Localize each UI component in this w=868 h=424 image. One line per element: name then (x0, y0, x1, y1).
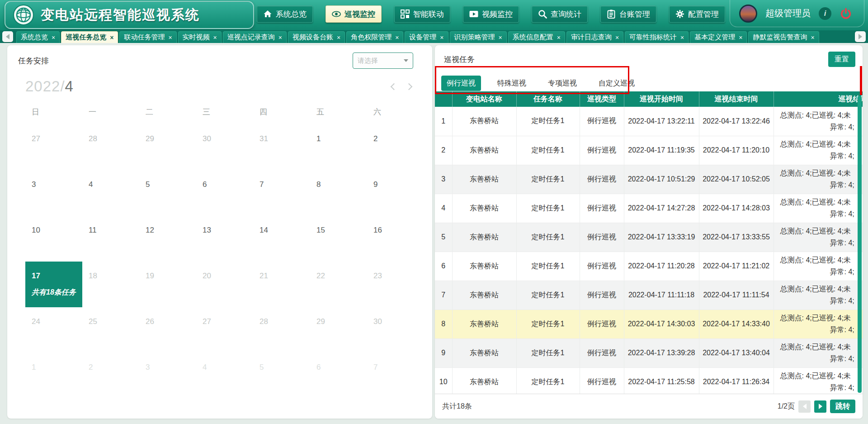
calendar-day-cell[interactable]: 6 (310, 353, 367, 399)
user-avatar[interactable] (739, 5, 757, 23)
page-tab[interactable]: 识别策略管理 (450, 31, 507, 43)
inspection-type-tab[interactable]: 专项巡视 (542, 76, 582, 91)
nav-button-智能联动[interactable]: 智能联动 (394, 5, 450, 23)
close-icon[interactable] (168, 34, 172, 41)
calendar-day-cell[interactable]: 10 (25, 216, 82, 262)
task-filter-select[interactable]: 请选择 (353, 52, 413, 69)
jump-button[interactable]: 跳转 (830, 400, 855, 413)
page-tab[interactable]: 基本定义管理 (690, 31, 747, 43)
table-row[interactable]: 5 东善桥站 定时任务1 例行巡视 2022-04-17 13:33:19 20… (435, 223, 863, 252)
calendar-prev-month-icon[interactable] (391, 83, 398, 90)
nav-button-巡视监控[interactable]: 巡视监控 (326, 5, 382, 23)
inspection-type-tab[interactable]: 自定义巡视 (593, 76, 640, 91)
table-row[interactable]: 7 东善桥站 定时任务1 例行巡视 2022-04-17 11:11:18 20… (435, 281, 863, 310)
reset-button[interactable]: 重置 (828, 52, 855, 67)
inspection-type-tab[interactable]: 例行巡视 (441, 76, 481, 91)
calendar-day-cell[interactable]: 28 (82, 124, 139, 170)
calendar-day-cell[interactable]: 16 (367, 216, 424, 262)
calendar-day-cell[interactable]: 7 (367, 353, 424, 399)
close-icon[interactable] (395, 34, 399, 41)
calendar-day-cell[interactable]: 26 (139, 307, 196, 353)
calendar-day-cell[interactable]: 21 (253, 262, 310, 307)
table-row[interactable]: 9 东善桥站 定时任务1 例行巡视 2022-04-17 13:39:28 20… (435, 338, 863, 367)
page-tab[interactable]: 静默监视告警查询 (748, 31, 819, 43)
close-icon[interactable] (278, 34, 282, 41)
calendar-day-cell[interactable]: 8 (310, 170, 367, 216)
close-icon[interactable] (499, 34, 502, 41)
page-tab[interactable]: 角色权限管理 (346, 31, 403, 43)
power-logout-icon[interactable] (840, 7, 852, 20)
calendar-day-cell[interactable]: 18 (82, 262, 139, 307)
nav-button-台账管理[interactable]: 台账管理 (600, 5, 656, 23)
tabs-scroll-right-icon[interactable] (855, 31, 866, 42)
calendar-day-cell[interactable]: 12 (139, 216, 196, 262)
page-tab[interactable]: 设备管理 (405, 31, 448, 43)
table-row[interactable]: 2 东善桥站 定时任务1 例行巡视 2022-04-17 11:19:35 20… (435, 136, 863, 165)
page-tab[interactable]: 系统信息配置 (508, 31, 565, 43)
calendar-day-cell[interactable]: 20 (196, 262, 253, 307)
table-row[interactable]: 1 东善桥站 定时任务1 例行巡视 2022-04-17 13:22:11 20… (435, 107, 863, 136)
close-icon[interactable] (557, 34, 561, 41)
table-vertical-scrollbar[interactable] (858, 96, 862, 393)
calendar-day-cell[interactable]: 3 (25, 170, 82, 216)
calendar-day-cell[interactable]: 29 (310, 307, 367, 353)
close-icon[interactable] (213, 34, 217, 41)
calendar-day-cell[interactable]: 1 (310, 124, 367, 170)
calendar-day-cell[interactable]: 29 (139, 124, 196, 170)
page-tab[interactable]: 巡视任务总览 (61, 31, 118, 43)
calendar-day-cell[interactable]: 15 (310, 216, 367, 262)
calendar-day-cell[interactable]: 30 (367, 307, 424, 353)
calendar-day-cell[interactable]: 22 (310, 262, 367, 307)
table-row[interactable]: 4 东善桥站 定时任务1 例行巡视 2022-04-17 14:27:28 20… (435, 194, 863, 223)
inspection-type-tab[interactable]: 特殊巡视 (492, 76, 532, 91)
close-icon[interactable] (615, 34, 619, 41)
nav-button-配置管理[interactable]: 配置管理 (669, 5, 725, 23)
calendar-day-cell[interactable]: 6 (196, 170, 253, 216)
page-tab[interactable]: 视频设备台账 (288, 31, 345, 43)
calendar-day-cell[interactable]: 11 (82, 216, 139, 262)
calendar-next-month-icon[interactable] (406, 83, 413, 90)
page-tab[interactable]: 系统总览 (16, 31, 60, 43)
calendar-day-cell[interactable]: 4 (196, 353, 253, 399)
calendar-day-cell[interactable]: 25 (82, 307, 139, 353)
calendar-day-cell[interactable]: 7 (253, 170, 310, 216)
nav-button-查询统计[interactable]: 查询统计 (532, 5, 588, 23)
calendar-day-cell[interactable]: 27 (196, 307, 253, 353)
info-icon[interactable] (819, 7, 831, 20)
calendar-day-cell[interactable]: 4 (82, 170, 139, 216)
calendar-day-cell[interactable]: 27 (25, 124, 82, 170)
calendar-day-cell[interactable]: 19 (139, 262, 196, 307)
calendar-day-cell[interactable]: 31 (253, 124, 310, 170)
calendar-day-cell[interactable]: 5 (253, 353, 310, 399)
close-icon[interactable] (440, 34, 443, 41)
page-tab[interactable]: 可靠性指标统计 (625, 31, 689, 43)
calendar-day-cell[interactable]: 13 (196, 216, 253, 262)
page-tab[interactable]: 巡视点记录查询 (223, 31, 287, 43)
table-row[interactable]: 3 东善桥站 定时任务1 例行巡视 2022-04-17 10:51:29 20… (435, 165, 863, 194)
close-icon[interactable] (811, 34, 814, 41)
calendar-day-cell[interactable]: 14 (253, 216, 310, 262)
close-icon[interactable] (337, 34, 340, 41)
close-icon[interactable] (110, 34, 113, 41)
close-icon[interactable] (680, 34, 684, 41)
page-tab[interactable]: 审计日志查询 (566, 31, 623, 43)
table-row[interactable]: 10 东善桥站 定时任务1 例行巡视 2022-04-17 11:25:58 2… (435, 367, 863, 394)
calendar-day-cell[interactable]: 3 (139, 353, 196, 399)
calendar-day-cell[interactable]: 2 (367, 124, 424, 170)
calendar-day-cell[interactable]: 5 (139, 170, 196, 216)
page-tab[interactable]: 联动任务管理 (119, 31, 176, 43)
close-icon[interactable] (52, 34, 55, 41)
table-row[interactable]: 6 东善桥站 定时任务1 例行巡视 2022-04-17 11:20:28 20… (435, 252, 863, 281)
nav-button-系统总览[interactable]: 系统总览 (257, 5, 313, 23)
calendar-day-cell[interactable]: 23 (367, 262, 424, 307)
prev-page-button[interactable] (798, 400, 811, 413)
close-icon[interactable] (739, 34, 742, 41)
calendar-day-cell[interactable]: 28 (253, 307, 310, 353)
calendar-day-cell[interactable]: 1 (25, 353, 82, 399)
calendar-day-cell[interactable]: 17 共有18条任务 (25, 262, 82, 307)
page-tab[interactable]: 实时视频 (178, 31, 222, 43)
calendar-day-cell[interactable]: 30 (196, 124, 253, 170)
next-page-button[interactable] (814, 400, 826, 413)
nav-button-视频监控[interactable]: 视频监控 (463, 5, 519, 23)
calendar-day-cell[interactable]: 2 (82, 353, 139, 399)
